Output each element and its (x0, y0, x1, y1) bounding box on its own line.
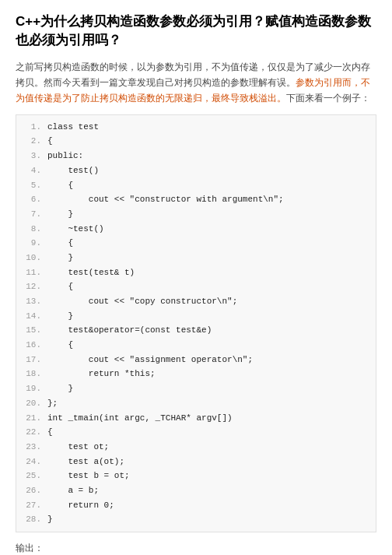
code-text: cout << "constructor with argument\n"; (47, 192, 284, 207)
code-line: 5. { (24, 178, 368, 193)
code-text: { (47, 338, 73, 353)
line-number: 5. (24, 178, 41, 193)
line-number: 16. (24, 338, 41, 353)
code-text: test(test& t) (47, 265, 135, 280)
code-line: 23. test ot; (24, 440, 368, 455)
code-text: return *this; (47, 367, 156, 381)
code-text: test() (47, 163, 99, 178)
line-number: 1. (24, 120, 41, 135)
line-number: 4. (24, 163, 41, 178)
code-text: } (47, 381, 73, 396)
code-text: class test (47, 120, 99, 135)
code-line: 26. a = b; (24, 483, 368, 498)
code-line: 3.public: (24, 149, 368, 163)
code-text: { (47, 279, 73, 294)
code-line: 4. test() (24, 163, 368, 178)
code-block-1: 1.class test2.{3.public:4. test()5. {6. … (16, 114, 376, 532)
line-number: 21. (24, 411, 41, 426)
line-number: 13. (24, 294, 41, 309)
code-line: 9. { (24, 236, 368, 251)
code-text: { (47, 178, 73, 193)
code-text: { (47, 236, 73, 251)
line-number: 15. (24, 323, 41, 338)
page-title: C++为什么拷贝构造函数参数必须为引用？赋值构造函数参数也必须为引用吗？ (16, 12, 376, 50)
line-number: 22. (24, 425, 41, 440)
code-text: { (47, 425, 53, 440)
code-text: test&operator=(const test&e) (47, 323, 212, 338)
line-number: 27. (24, 498, 41, 513)
line-number: 8. (24, 222, 41, 237)
line-number: 26. (24, 483, 41, 498)
code-text: public: (47, 149, 83, 163)
intro-text: 之前写拷贝构造函数的时候，以为参数为引用，不为值传递，仅仅是为了减少一次内存拷贝… (16, 59, 376, 107)
code-text: test ot; (47, 440, 109, 455)
code-text: }; (47, 396, 58, 411)
code-text: } (47, 512, 53, 527)
line-number: 6. (24, 192, 41, 207)
line-number: 23. (24, 440, 41, 455)
code-text: a = b; (47, 483, 99, 498)
code-line: 7. } (24, 207, 368, 222)
code-text: } (47, 251, 73, 265)
code-text: test b = ot; (47, 469, 130, 483)
code-text: { (47, 134, 53, 149)
code-line: 12. { (24, 279, 368, 294)
code-text: int _tmain(int argc, _TCHAR* argv[]) (47, 411, 233, 426)
code-line: 19. } (24, 381, 368, 396)
line-number: 11. (24, 265, 41, 280)
code-line: 10. } (24, 251, 368, 265)
code-text: test a(ot); (47, 455, 124, 469)
line-number: 9. (24, 236, 41, 251)
code-line: 13. cout << "copy constructor\n"; (24, 294, 368, 309)
line-number: 24. (24, 455, 41, 469)
code-line: 22.{ (24, 425, 368, 440)
code-line: 6. cout << "constructor with argument\n"… (24, 192, 368, 207)
line-number: 25. (24, 469, 41, 483)
line-number: 14. (24, 309, 41, 324)
code-line: 18. return *this; (24, 367, 368, 381)
line-number: 18. (24, 367, 41, 381)
code-line: 20.}; (24, 396, 368, 411)
line-number: 7. (24, 207, 41, 222)
code-text: } (47, 207, 73, 222)
code-text: cout << "copy constructor\n"; (47, 294, 237, 309)
line-number: 10. (24, 251, 41, 265)
code-line: 16. { (24, 338, 368, 353)
code-text: cout << "assignment operator\n"; (47, 353, 253, 367)
line-number: 19. (24, 381, 41, 396)
code-line: 17. cout << "assignment operator\n"; (24, 353, 368, 367)
code-text: ~test() (47, 222, 104, 237)
line-number: 20. (24, 396, 41, 411)
code-text: return 0; (47, 498, 114, 513)
output-label: 输出： (16, 540, 376, 555)
intro-link[interactable]: 参数为引用而，不为值传递是为了防止拷贝构造函数的无限递归，最终导致栈溢出。 (16, 77, 370, 104)
line-number: 3. (24, 149, 41, 163)
line-number: 17. (24, 353, 41, 367)
line-number: 28. (24, 512, 41, 527)
code-line: 28.} (24, 512, 368, 527)
code-line: 2.{ (24, 134, 368, 149)
code-line: 27. return 0; (24, 498, 368, 513)
code-line: 25. test b = ot; (24, 469, 368, 483)
code-line: 8. ~test() (24, 222, 368, 237)
code-line: 11. test(test& t) (24, 265, 368, 280)
code-line: 24. test a(ot); (24, 455, 368, 469)
code-text: } (47, 309, 73, 324)
line-number: 12. (24, 279, 41, 294)
code-line: 21.int _tmain(int argc, _TCHAR* argv[]) (24, 411, 368, 426)
code-line: 1.class test (24, 120, 368, 135)
code-line: 15. test&operator=(const test&e) (24, 323, 368, 338)
line-number: 2. (24, 134, 41, 149)
code-line: 14. } (24, 309, 368, 324)
